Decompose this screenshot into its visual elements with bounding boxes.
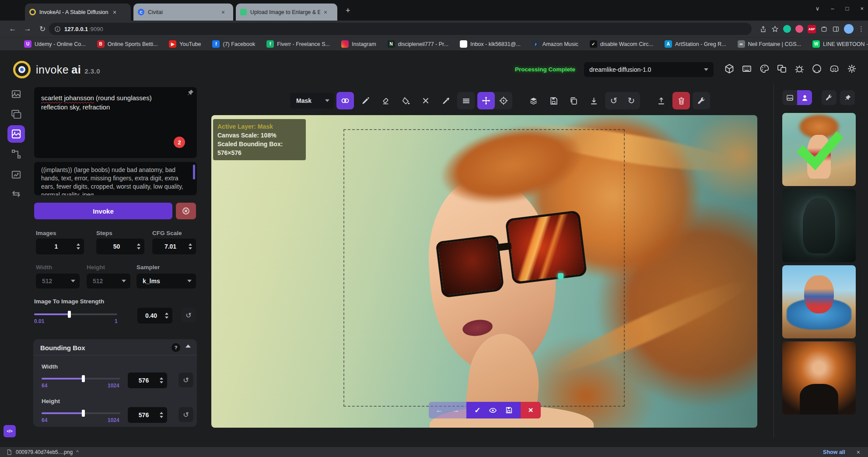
- tab-search-icon[interactable]: ∨: [816, 5, 820, 12]
- previous-image-button[interactable]: ←: [436, 406, 443, 414]
- clear-mask-button[interactable]: [417, 92, 434, 109]
- new-tab-button[interactable]: +: [346, 6, 350, 15]
- bookmark-webtoon[interactable]: WLINE WEBTOON - G...: [812, 40, 868, 48]
- window-maximize-button[interactable]: □: [846, 5, 849, 12]
- undo-button[interactable]: ↺: [605, 92, 623, 109]
- gallery-pin-button[interactable]: [840, 90, 855, 105]
- report-bug-icon[interactable]: [794, 63, 805, 74]
- bookmark-wacom[interactable]: ✓disable Wacom Circ...: [590, 40, 653, 48]
- discord-icon[interactable]: [829, 63, 840, 74]
- model-select[interactable]: dreamlike-diffusion-1.0: [584, 62, 714, 77]
- mask-enable-toggle[interactable]: [336, 92, 354, 109]
- clear-canvas-button[interactable]: [672, 92, 690, 109]
- show-all-downloads-link[interactable]: Show all: [823, 449, 845, 455]
- brush-options-button[interactable]: [457, 92, 475, 109]
- slider-thumb[interactable]: [82, 375, 85, 382]
- tab-close-icon[interactable]: ×: [324, 9, 327, 16]
- side-panel-icon[interactable]: [832, 25, 840, 33]
- stepper-arrows[interactable]: [160, 412, 167, 418]
- download-expand-icon[interactable]: ^: [76, 449, 79, 455]
- stepper-arrows[interactable]: [160, 377, 167, 383]
- bookmark-discipleneil[interactable]: Ndiscipleneil777 - Pr...: [388, 40, 448, 48]
- settings-gear-icon[interactable]: [847, 63, 857, 74]
- help-icon[interactable]: ?: [172, 343, 180, 352]
- bbox-height-reset-button[interactable]: ↺: [178, 407, 193, 422]
- pin-prompt-icon[interactable]: [186, 89, 194, 97]
- download-item[interactable]: 000979.40d74eb5....png ^: [0, 449, 79, 455]
- upload-image-button[interactable]: [652, 92, 670, 109]
- width-select[interactable]: 512: [36, 274, 80, 288]
- gallery-thumbnail-selected[interactable]: [782, 113, 856, 186]
- bookmark-youtube[interactable]: ▶YouTube: [169, 40, 201, 48]
- bbox-width-reset-button[interactable]: ↺: [178, 373, 193, 387]
- layer-select[interactable]: Mask: [290, 93, 334, 109]
- gallery-images-tab[interactable]: [782, 90, 797, 105]
- discard-image-button[interactable]: ×: [521, 402, 541, 418]
- strength-reset-button[interactable]: ↺: [181, 308, 196, 323]
- eraser-tool-button[interactable]: [377, 92, 394, 109]
- bookmark-artstation[interactable]: AArtStation - Greg R...: [665, 40, 726, 48]
- tab-unified-canvas[interactable]: [7, 125, 25, 143]
- hotkeys-keyboard-icon[interactable]: [742, 63, 752, 74]
- cancel-button[interactable]: [176, 203, 196, 219]
- bbox-width-slider[interactable]: [42, 378, 120, 380]
- forward-button[interactable]: →: [20, 25, 35, 33]
- canvas-settings-button[interactable]: [693, 92, 710, 109]
- bookmark-neil-fontaine[interactable]: ∞Neil Fontaine | CGS...: [738, 40, 801, 48]
- copy-to-clipboard-button[interactable]: [565, 92, 582, 109]
- bookmark-facebook[interactable]: f(7) Facebook: [212, 40, 255, 48]
- gallery-thumbnail[interactable]: [782, 265, 856, 338]
- move-tool-button[interactable]: [477, 92, 495, 109]
- language-icon[interactable]: [777, 63, 787, 74]
- height-select[interactable]: 512: [87, 274, 130, 288]
- tab-civitai[interactable]: C Civitai ×: [133, 4, 233, 21]
- address-bar[interactable]: 127.0.0.1 :9090: [49, 23, 752, 35]
- download-image-button[interactable]: [585, 92, 602, 109]
- negative-prompt-scrollbar[interactable]: [193, 165, 195, 179]
- site-info-icon[interactable]: [54, 26, 61, 32]
- negative-prompt-input[interactable]: ((implants)) (large boobs) nude bad anat…: [34, 162, 197, 195]
- model-manager-icon[interactable]: [724, 63, 735, 74]
- save-to-gallery-button[interactable]: [545, 92, 562, 109]
- color-picker-button[interactable]: [437, 92, 455, 109]
- tab-text-to-image[interactable]: [7, 85, 25, 103]
- brush-tool-button[interactable]: [357, 92, 374, 109]
- download-bar-close-icon[interactable]: ×: [857, 449, 860, 456]
- bbox-height-slider[interactable]: [42, 412, 120, 414]
- fill-bucket-button[interactable]: [397, 92, 414, 109]
- reload-button[interactable]: ↻: [35, 25, 50, 34]
- cfg-scale-stepper[interactable]: 7.01: [152, 239, 196, 254]
- images-stepper[interactable]: 1: [36, 239, 84, 254]
- gallery-settings-button[interactable]: [822, 90, 836, 105]
- tab-post-processing[interactable]: [7, 166, 25, 183]
- steps-stepper[interactable]: 50: [96, 239, 144, 254]
- stepper-arrows[interactable]: [165, 313, 172, 319]
- gallery-thumbnail[interactable]: [782, 341, 856, 415]
- strength-stepper[interactable]: 0.40: [137, 308, 172, 323]
- window-minimize-button[interactable]: –: [831, 5, 834, 12]
- bookmark-udemy[interactable]: UUdemy - Online Co...: [24, 40, 86, 48]
- bbox-height-stepper[interactable]: 576: [128, 407, 167, 423]
- next-image-button[interactable]: →: [452, 406, 459, 414]
- profile-avatar[interactable]: [844, 24, 854, 34]
- bookmark-sports-betting[interactable]: BOnline Sports Betti...: [97, 40, 158, 48]
- slider-thumb[interactable]: [82, 410, 85, 417]
- bbox-width-stepper[interactable]: 576: [128, 373, 167, 388]
- invoke-button[interactable]: Invoke: [34, 203, 172, 219]
- canvas-bounding-box[interactable]: [343, 129, 625, 407]
- show-hide-eye-button[interactable]: [489, 406, 497, 415]
- sampler-select[interactable]: k_lms: [136, 274, 196, 288]
- bookmark-inbox[interactable]: MInbox - klk56831@...: [460, 40, 521, 48]
- stepper-arrows[interactable]: [137, 243, 144, 250]
- bookmark-instagram[interactable]: Instagram: [341, 40, 376, 48]
- stepper-arrows[interactable]: [77, 243, 84, 250]
- bookmark-fiverr[interactable]: fFiverr - Freelance S...: [266, 40, 330, 48]
- grammarly-extension-icon[interactable]: [783, 25, 791, 33]
- adblock-extension-icon[interactable]: ABP: [808, 25, 816, 33]
- back-button[interactable]: ←: [5, 25, 20, 33]
- github-icon[interactable]: [812, 63, 822, 74]
- slider-thumb[interactable]: [68, 311, 71, 318]
- extensions-puzzle-icon[interactable]: [820, 25, 828, 33]
- tab-close-icon[interactable]: ×: [113, 9, 116, 16]
- tab-close-icon[interactable]: ×: [221, 9, 225, 16]
